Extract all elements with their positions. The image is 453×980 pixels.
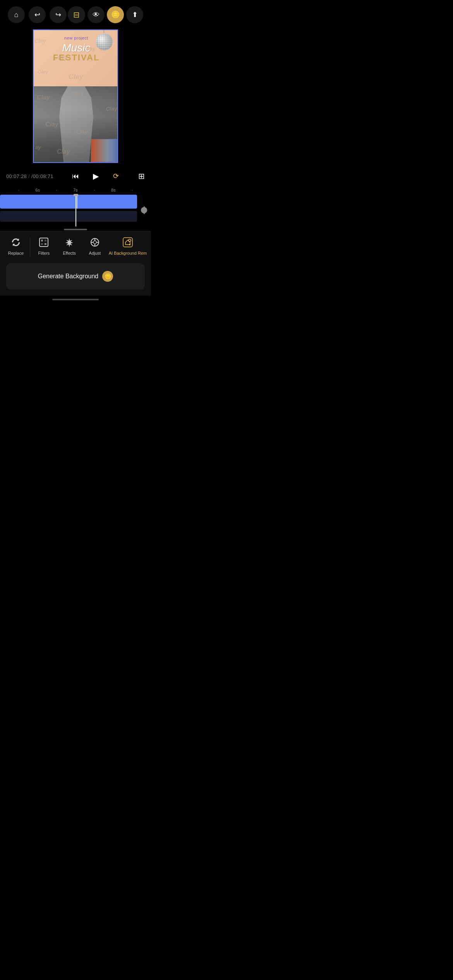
time-separator: / (28, 173, 30, 179)
canvas-top-festival: FESTIVAL (34, 53, 118, 63)
share-button[interactable]: ⬆ (126, 6, 143, 23)
generate-background-button[interactable]: Generate Background 🪙 (6, 263, 145, 290)
ruler-mark-8s: 8s (111, 188, 116, 192)
redo-button[interactable]: ↪ (50, 6, 67, 23)
track-playhead (77, 195, 77, 209)
mini-thumbnail (91, 139, 118, 162)
toolbar-right: ⊟ 👁 🪙 ⬆ (68, 6, 143, 23)
home-icon: ⌂ (14, 11, 19, 19)
redo-icon: ↪ (55, 10, 61, 19)
canvas-wrapper: new project Music FESTIVAL Clay Clay Cla… (33, 29, 118, 163)
tool-adjust[interactable]: Adjust (83, 236, 106, 255)
svg-rect-11 (123, 238, 132, 247)
canvas-area: new project Music FESTIVAL Clay Clay Cla… (0, 26, 151, 166)
replace-icon (10, 236, 22, 248)
coin-button[interactable]: 🪙 (107, 6, 124, 23)
coin-icon: 🪙 (111, 10, 120, 19)
adjust-icon (89, 236, 101, 248)
playback-area: 00:07:28 / /00:08:71 ⏮ ▶ ⟳ ⊞ (0, 166, 151, 188)
layers-button[interactable]: ⊞ (138, 171, 145, 181)
total-time: /00:08:71 (31, 173, 53, 179)
skip-back-button[interactable]: ⏮ (70, 171, 81, 182)
svg-rect-1 (41, 240, 43, 242)
playback-controls: 00:07:28 / /00:08:71 ⏮ ▶ ⟳ ⊞ (6, 169, 145, 183)
bottom-toolbar: Replace Filters Effe (0, 231, 151, 260)
tool-replace[interactable]: Replace (4, 236, 27, 255)
loop-icon: ⟳ (113, 172, 119, 180)
video-track-row (0, 194, 151, 210)
timeline-ruler: · 6s · 7s · 8s · (0, 188, 151, 192)
preview-button[interactable]: 👁 (88, 6, 105, 23)
time-display: 00:07:28 / /00:08:71 (6, 173, 53, 179)
play-button[interactable]: ▶ (89, 169, 103, 183)
loop-button[interactable]: ⟳ (110, 171, 121, 182)
ruler-mark-dot4: · (132, 188, 133, 192)
video-track[interactable] (0, 195, 137, 209)
canvas-top: new project Music FESTIVAL Clay Clay Cla… (34, 30, 118, 86)
current-time: 00:07:28 (6, 173, 27, 179)
split-button[interactable]: ⊟ (68, 6, 85, 23)
adjust-label: Adjust (89, 251, 101, 255)
undo-icon: ↩ (34, 10, 40, 19)
watermark-5: Clay (69, 73, 83, 81)
filters-icon (38, 236, 50, 248)
divider-1 (30, 238, 30, 257)
svg-point-6 (93, 241, 96, 244)
undo-button[interactable]: ↩ (29, 6, 46, 23)
effects-label: Effects (63, 251, 76, 255)
audio-track[interactable] (0, 211, 137, 222)
ruler-mark-6s: 6s (35, 188, 40, 192)
ruler-mark-dot2: · (56, 188, 57, 192)
preview-icon: 👁 (93, 11, 100, 19)
play-icon: ▶ (93, 171, 99, 181)
svg-rect-2 (45, 240, 46, 242)
ai-bg-label: AI Background Rem (109, 251, 147, 255)
generate-coin-icon: 🪙 (102, 271, 113, 282)
tool-items: Replace Filters Effe (0, 236, 151, 257)
effects-icon (63, 236, 76, 248)
svg-rect-0 (39, 238, 48, 247)
home-bar (52, 299, 99, 300)
coin-symbol: 🪙 (105, 273, 111, 279)
playback-buttons: ⏮ ▶ ⟳ (70, 169, 121, 183)
home-button[interactable]: ⌂ (8, 6, 25, 23)
replace-label: Replace (8, 251, 24, 255)
mini-thumb-inner (91, 139, 118, 162)
ruler-mark-dot3: · (94, 188, 95, 192)
scrubber-area (0, 226, 151, 231)
ruler-mark-7s: 7s (73, 188, 78, 192)
track-handle-2[interactable] (137, 194, 151, 226)
handle-line-2 (144, 206, 145, 214)
svg-point-12 (129, 239, 131, 242)
layers-icon: ⊞ (138, 172, 145, 180)
svg-rect-3 (41, 243, 43, 245)
tool-effects[interactable]: Effects (58, 236, 81, 255)
disco-ball (96, 33, 113, 50)
scrubber-bar (64, 229, 87, 230)
ruler-marks: · 6s · 7s · 8s · (6, 188, 145, 192)
ruler-mark-1: · (18, 188, 19, 192)
canvas-bottom: Clay Clay Clay Clay Clay ay Clay (34, 86, 118, 162)
share-icon: ⬆ (132, 10, 138, 19)
svg-rect-4 (45, 243, 46, 245)
watermark-4: Clay (38, 69, 48, 75)
filters-label: Filters (38, 251, 50, 255)
generate-label: Generate Background (38, 273, 99, 280)
timeline-wrapper (0, 194, 151, 226)
home-indicator (0, 296, 151, 302)
top-toolbar: ⌂ ↩ ↪ ⊟ 👁 🪙 ⬆ (0, 0, 151, 26)
generate-area: Generate Background 🪙 (0, 260, 151, 296)
toolbar-left: ⌂ ↩ ↪ (8, 6, 67, 23)
timeline-area: · 6s · 7s · 8s · (0, 188, 151, 231)
ai-bg-icon (122, 236, 134, 248)
tool-filters[interactable]: Filters (32, 236, 55, 255)
skip-back-icon: ⏮ (72, 172, 79, 180)
audio-track-row (0, 210, 151, 223)
tool-ai-bg[interactable]: AI Background Rem (109, 236, 147, 255)
split-icon: ⊟ (73, 10, 80, 19)
